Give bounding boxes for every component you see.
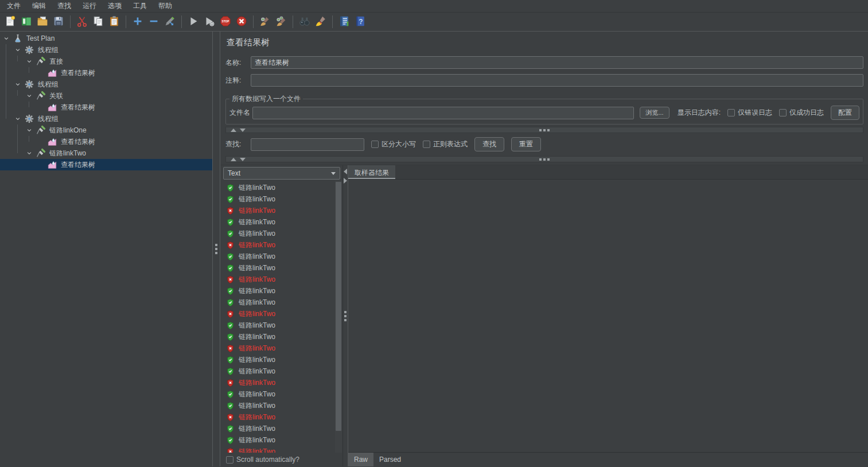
chevron-down-icon[interactable]: [2, 34, 10, 42]
chevron-down-icon[interactable]: [25, 92, 33, 100]
open-file-button[interactable]: [34, 14, 50, 30]
splitter-collapse-up-icon[interactable]: [231, 129, 236, 132]
tree-item-7[interactable]: 线程组: [0, 113, 212, 124]
result-row[interactable]: 链路linkTwo: [226, 343, 342, 354]
tree-item-10[interactable]: 链路linkTwo: [0, 147, 212, 159]
menu-item-7[interactable]: 帮助: [153, 0, 178, 13]
result-row[interactable]: 链路linkTwo: [226, 228, 342, 239]
menu-item-1[interactable]: 文件: [1, 0, 26, 13]
stop-button[interactable]: STOP: [217, 14, 233, 30]
function-helper-button[interactable]: [336, 14, 352, 30]
scroll-auto-checkbox[interactable]: [226, 456, 233, 464]
save-button[interactable]: [50, 14, 67, 30]
result-row[interactable]: 链路linkTwo: [226, 182, 342, 193]
edit-button[interactable]: [162, 14, 178, 30]
result-row[interactable]: 链路linkTwo: [226, 365, 342, 377]
result-row[interactable]: 链路linkTwo: [226, 297, 342, 308]
chevron-down-icon[interactable]: [14, 46, 22, 54]
menu-item-2[interactable]: 编辑: [26, 0, 52, 13]
name-input[interactable]: [251, 56, 863, 69]
filename-input[interactable]: [252, 107, 634, 119]
tree-item-test-plan[interactable]: Test Plan: [0, 33, 212, 44]
find-button[interactable]: 查找: [474, 137, 504, 151]
tab-sampler-result[interactable]: 取样器结果: [348, 165, 395, 179]
search-button[interactable]: [297, 14, 313, 30]
open-templates-button[interactable]: [18, 14, 34, 30]
result-row[interactable]: 链路linkTwo: [226, 308, 342, 320]
cut-button[interactable]: [74, 14, 90, 30]
paste-button[interactable]: [106, 14, 122, 30]
splitter-collapse-up-icon[interactable]: [231, 158, 236, 161]
tab-raw[interactable]: Raw: [348, 453, 373, 466]
tree-item-1[interactable]: 线程组: [0, 44, 212, 56]
help-button[interactable]: ?: [352, 14, 368, 30]
scrollbar-thumb[interactable]: [336, 182, 341, 431]
result-row[interactable]: 链路linkTwo: [226, 205, 342, 216]
result-row[interactable]: 链路linkTwo: [226, 377, 342, 388]
shutdown-button[interactable]: [233, 14, 250, 30]
lower-horizontal-splitter[interactable]: [225, 156, 863, 162]
result-row[interactable]: 链路linkTwo: [226, 331, 342, 343]
menu-item-5[interactable]: 选项: [102, 0, 127, 13]
result-row[interactable]: 链路linkTwo: [226, 423, 342, 434]
splitter-collapse-down-icon[interactable]: [240, 129, 246, 132]
result-row[interactable]: 链路linkTwo: [226, 274, 342, 285]
splitter-grip[interactable]: [344, 311, 347, 321]
remove-button[interactable]: [146, 14, 162, 30]
start-no-pauses-button[interactable]: [201, 14, 217, 30]
chevron-down-icon[interactable]: [25, 149, 33, 157]
tree-item-3[interactable]: 查看结果树: [0, 67, 212, 79]
chevron-down-icon[interactable]: [14, 80, 22, 88]
renderer-dropdown[interactable]: Text: [223, 167, 340, 180]
splitter-grip[interactable]: [539, 158, 550, 161]
tree-item-2[interactable]: 直接: [0, 56, 212, 67]
result-row[interactable]: 链路linkTwo: [226, 411, 342, 423]
tab-parsed[interactable]: Parsed: [373, 453, 407, 466]
result-row[interactable]: 链路linkTwo: [226, 354, 342, 365]
case-sensitive-checkbox[interactable]: [371, 141, 379, 148]
result-row[interactable]: 链路linkTwo: [226, 239, 342, 251]
result-row[interactable]: 链路linkTwo: [226, 320, 342, 331]
tree-item-5[interactable]: 关联: [0, 90, 212, 102]
menu-item-4[interactable]: 运行: [77, 0, 102, 13]
result-row[interactable]: 链路linkTwo: [226, 193, 342, 205]
copy-button[interactable]: [90, 14, 106, 30]
clear-button[interactable]: [257, 14, 273, 30]
splitter-grip[interactable]: [215, 244, 217, 254]
tree-item-4[interactable]: 线程组: [0, 79, 212, 90]
search-reset-button[interactable]: [313, 14, 329, 30]
result-row[interactable]: 链路linkTwo: [226, 434, 342, 446]
splitter-collapse-left-icon[interactable]: [344, 169, 347, 174]
new-file-button[interactable]: [2, 14, 18, 30]
result-row[interactable]: 链路linkTwo: [226, 216, 342, 228]
result-row[interactable]: 链路linkTwo: [226, 262, 342, 274]
chevron-down-icon[interactable]: [14, 115, 22, 123]
browse-button[interactable]: 浏览...: [640, 107, 669, 119]
reset-button[interactable]: 重置: [511, 137, 541, 151]
chevron-down-icon[interactable]: [25, 126, 33, 134]
search-input[interactable]: [251, 138, 364, 151]
result-row[interactable]: 链路linkTwo: [226, 285, 342, 297]
tree-editor-splitter[interactable]: [212, 32, 220, 466]
tree-item-11[interactable]: 查看结果树: [0, 159, 212, 170]
errors-only-checkbox[interactable]: [727, 109, 735, 116]
tree-item-9[interactable]: 查看结果树: [0, 136, 212, 147]
upper-horizontal-splitter[interactable]: [225, 127, 863, 133]
splitter-collapse-right-icon[interactable]: [344, 178, 347, 184]
regex-checkbox[interactable]: [423, 141, 430, 148]
add-button[interactable]: [130, 14, 146, 30]
result-row[interactable]: 链路linkTwo: [226, 251, 342, 262]
menu-item-3[interactable]: 查找: [52, 0, 77, 13]
comment-input[interactable]: [251, 74, 863, 87]
result-row[interactable]: 链路linkTwo: [226, 446, 342, 453]
result-row[interactable]: 链路linkTwo: [226, 388, 342, 400]
chevron-down-icon[interactable]: [25, 57, 33, 65]
tree-item-8[interactable]: 链路linkOne: [0, 124, 212, 136]
clear-all-button[interactable]: [273, 14, 289, 30]
menu-item-6[interactable]: 工具: [127, 0, 153, 13]
results-sampler-splitter[interactable]: [342, 165, 348, 466]
results-scrollbar[interactable]: [335, 181, 342, 453]
configure-button[interactable]: 配置: [831, 106, 859, 120]
splitter-grip[interactable]: [539, 129, 550, 131]
successes-only-checkbox[interactable]: [779, 109, 787, 116]
